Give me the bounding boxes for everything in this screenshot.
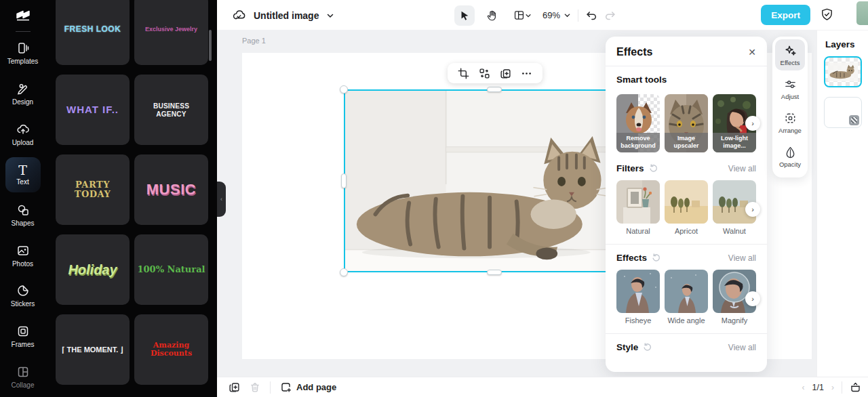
divider bbox=[606, 66, 767, 66]
more-options-icon[interactable] bbox=[521, 68, 532, 79]
effect-wide-angle[interactable]: Wide angle bbox=[665, 270, 708, 325]
filter-natural[interactable]: Natural bbox=[616, 180, 660, 235]
layout-tool-button[interactable] bbox=[509, 5, 536, 26]
smart-tool-label: Low-light image... bbox=[713, 133, 756, 152]
template-card-100-natural[interactable]: 100% Natural bbox=[134, 234, 208, 305]
smart-tool-label: Remove background bbox=[616, 133, 660, 152]
rail-item-arrange[interactable]: Arrange bbox=[775, 107, 805, 138]
sidebar-item-text[interactable]: T Text bbox=[5, 157, 41, 192]
style-reset-icon[interactable] bbox=[643, 343, 652, 352]
hand-tool-button[interactable] bbox=[481, 5, 502, 26]
effect-fisheye[interactable]: Fisheye bbox=[616, 270, 660, 325]
text-icon: T bbox=[18, 164, 27, 177]
sidebar-item-upload[interactable]: Upload bbox=[3, 114, 43, 154]
sidebar-item-frames[interactable]: Frames bbox=[3, 316, 43, 357]
effect-fisheye-thumbnail bbox=[616, 270, 660, 313]
effects-row: Fisheye Wide angle bbox=[616, 270, 756, 325]
stickers-icon bbox=[16, 284, 30, 297]
effects-reset-icon[interactable] bbox=[652, 253, 660, 262]
title-chevron-down-icon[interactable] bbox=[326, 12, 334, 20]
top-toolbar: Untitled image 69% bbox=[217, 0, 868, 30]
export-button[interactable]: Export bbox=[761, 5, 810, 25]
effects-star-icon bbox=[784, 44, 797, 57]
resize-handle-top[interactable] bbox=[487, 87, 502, 92]
layer-cat-image-selected[interactable] bbox=[824, 56, 862, 87]
sidebar-item-collage[interactable]: Collage bbox=[3, 356, 43, 397]
effects-view-all[interactable]: View all bbox=[728, 253, 756, 263]
resize-handle-top-left[interactable] bbox=[340, 85, 348, 93]
layer-cat-thumbnail bbox=[825, 58, 861, 86]
effect-wide-angle-thumbnail bbox=[665, 270, 708, 313]
project-title[interactable]: Untitled image bbox=[254, 10, 319, 21]
template-card-business-agency[interactable]: BUSINESS AGENCY bbox=[134, 75, 208, 145]
smart-tools-scroll-right-button[interactable]: › bbox=[745, 116, 760, 131]
template-card-party-today[interactable]: PARTY TODAY bbox=[56, 154, 130, 225]
panel-scrollbar[interactable] bbox=[209, 30, 212, 61]
present-icon[interactable] bbox=[850, 381, 861, 393]
sidebar-item-shapes[interactable]: Shapes bbox=[3, 195, 43, 236]
style-view-all[interactable]: View all bbox=[728, 343, 756, 352]
replace-icon[interactable] bbox=[479, 68, 490, 79]
rail-item-adjust[interactable]: Adjust bbox=[775, 73, 805, 104]
sidebar-item-photos[interactable]: Photos bbox=[3, 235, 43, 276]
layout-chevron-down-icon bbox=[525, 12, 532, 19]
cursor-icon bbox=[459, 10, 470, 21]
template-card-the-moment[interactable]: ⌈ THE MOMENT. ⌋ bbox=[56, 314, 130, 385]
left-sidebar: Templates Design Upload T Text Shapes Ph… bbox=[0, 0, 45, 397]
panel-collapse-tab[interactable]: ‹ bbox=[217, 182, 226, 217]
template-card-fresh-look[interactable]: FRESH LOOK bbox=[56, 0, 130, 65]
sidebar-item-design[interactable]: Design bbox=[3, 74, 43, 114]
template-card-holiday[interactable]: Holiday bbox=[56, 234, 130, 305]
bottom-bar-divider bbox=[842, 381, 842, 394]
resize-handle-bottom[interactable] bbox=[487, 270, 502, 275]
divider bbox=[606, 244, 767, 245]
cat-photo bbox=[345, 91, 644, 271]
hand-icon bbox=[486, 9, 498, 21]
crop-icon[interactable] bbox=[458, 68, 469, 79]
delete-page-icon[interactable] bbox=[250, 382, 260, 393]
template-card-exclusive-jewelry[interactable]: Exclusive Jewelry bbox=[134, 0, 208, 65]
add-page-icon bbox=[280, 381, 292, 393]
selected-image-cat-photo[interactable] bbox=[344, 89, 645, 272]
duplicate-icon[interactable] bbox=[500, 68, 511, 79]
template-card-what-if[interactable]: WHAT IF.. bbox=[56, 75, 130, 145]
layer-background[interactable] bbox=[824, 97, 862, 128]
filters-reset-icon[interactable] bbox=[649, 164, 658, 173]
undo-button[interactable] bbox=[585, 9, 597, 22]
sidebar-item-stickers[interactable]: Stickers bbox=[3, 276, 43, 316]
add-page-button[interactable]: Add page bbox=[280, 381, 336, 393]
smart-tool-label: Image upscaler bbox=[665, 133, 708, 152]
redo-button[interactable] bbox=[604, 9, 616, 22]
templates-icon bbox=[16, 41, 30, 55]
smart-tool-image-upscaler[interactable]: Image upscaler bbox=[665, 94, 708, 152]
effects-section-title: Effects bbox=[616, 253, 647, 263]
layers-panel: Layers bbox=[816, 30, 868, 397]
cloud-save-icon bbox=[232, 8, 246, 22]
filters-view-all[interactable]: View all bbox=[728, 164, 756, 173]
duplicate-page-icon[interactable] bbox=[229, 381, 240, 393]
resize-handle-bottom-left[interactable] bbox=[340, 268, 348, 276]
effects-scroll-right-button[interactable]: › bbox=[745, 291, 760, 306]
shield-check-icon[interactable] bbox=[820, 7, 834, 22]
prev-page-button[interactable]: ‹ bbox=[802, 383, 805, 392]
filters-scroll-right-button[interactable]: › bbox=[745, 202, 760, 217]
resize-handle-left[interactable] bbox=[341, 173, 347, 188]
template-card-music[interactable]: MUSIC bbox=[134, 154, 208, 225]
rail-item-effects[interactable]: Effects bbox=[775, 39, 805, 70]
opacity-droplet-icon bbox=[784, 146, 797, 159]
filter-apricot[interactable]: Apricot bbox=[665, 180, 708, 235]
sidebar-item-templates[interactable]: Templates bbox=[3, 33, 43, 74]
avatar-partial[interactable] bbox=[856, 1, 868, 25]
arrange-icon bbox=[784, 112, 797, 125]
layers-title: Layers bbox=[825, 39, 868, 49]
select-tool-button[interactable] bbox=[454, 5, 475, 26]
close-icon[interactable]: ✕ bbox=[748, 47, 756, 58]
capcut-logo-icon[interactable] bbox=[14, 5, 32, 28]
next-page-button[interactable]: › bbox=[831, 383, 834, 392]
zoom-level-dropdown[interactable]: 69% bbox=[542, 10, 571, 20]
rail-item-opacity[interactable]: Opacity bbox=[775, 141, 805, 172]
template-card-amazing-discounts[interactable]: Amazing Discounts bbox=[134, 314, 208, 385]
zoom-level-value: 69% bbox=[542, 10, 560, 20]
bottom-bar-divider bbox=[270, 381, 271, 394]
smart-tool-remove-background[interactable]: Remove background bbox=[616, 94, 660, 152]
